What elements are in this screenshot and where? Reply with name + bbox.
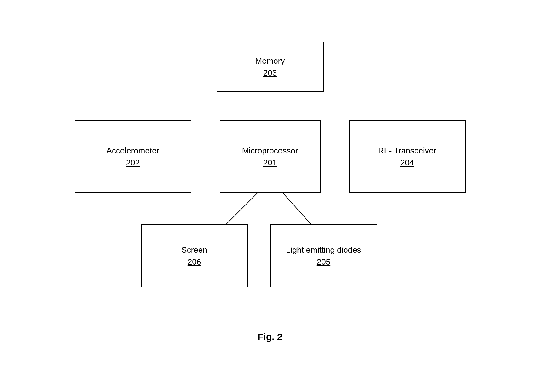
microprocessor-label: Microprocessor	[242, 146, 298, 156]
led-label: Light emitting diodes	[286, 245, 361, 256]
rf-transceiver-node: RF- Transceiver 204	[349, 120, 466, 193]
svg-line-4	[283, 193, 311, 224]
screen-node: Screen 206	[141, 224, 248, 287]
accelerometer-number: 202	[126, 158, 140, 168]
microprocessor-node: Microprocessor 201	[220, 120, 321, 193]
led-node: Light emitting diodes 205	[270, 224, 377, 287]
memory-number: 203	[263, 68, 277, 78]
memory-node: Memory 203	[217, 42, 324, 92]
accelerometer-label: Accelerometer	[107, 146, 160, 156]
screen-number: 206	[188, 257, 201, 267]
memory-label: Memory	[255, 56, 285, 66]
svg-line-3	[226, 193, 258, 224]
fig-caption: Fig. 2	[223, 331, 317, 342]
led-number: 205	[317, 257, 330, 267]
rf-transceiver-number: 204	[400, 158, 414, 168]
rf-transceiver-label: RF- Transceiver	[378, 146, 436, 156]
diagram-container: Memory 203 Microprocessor 201 Accelerome…	[49, 23, 491, 369]
microprocessor-number: 201	[263, 158, 277, 168]
accelerometer-node: Accelerometer 202	[75, 120, 191, 193]
screen-label: Screen	[181, 245, 207, 256]
